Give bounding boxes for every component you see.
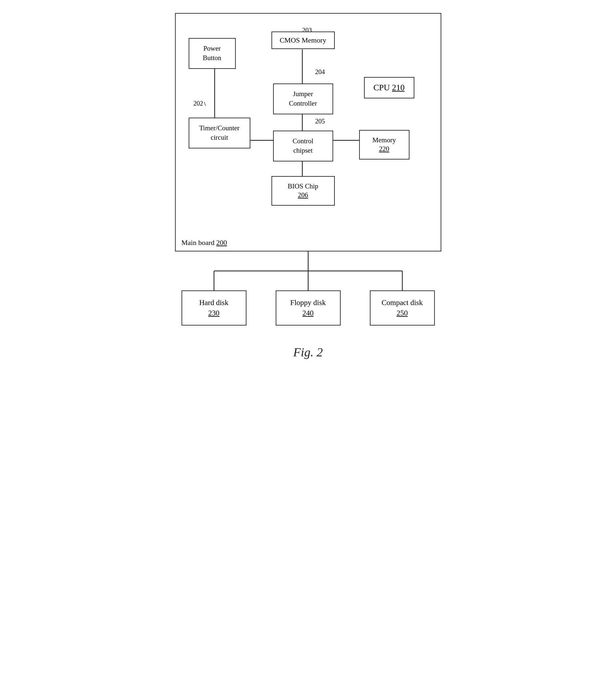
cmos-box: CMOS Memory: [271, 32, 335, 49]
memory-label: Memory220: [373, 136, 396, 153]
control-box: Controlchipset: [273, 130, 333, 161]
timer-box: Timer/Countercircuit: [189, 118, 251, 148]
cpu-box: CPU 210: [364, 77, 414, 99]
bios-box: BIOS Chip206: [271, 176, 335, 205]
page: 201∖ 203 204 202∖ 205 CMOS Memory: [162, 13, 454, 359]
storage-section: Hard disk230 Floppy disk240 Compact disk…: [175, 252, 441, 326]
compact-box: Compact disk250: [370, 291, 435, 326]
jumper-label: JumperController: [289, 90, 317, 107]
cmos-label: CMOS Memory: [279, 36, 326, 44]
fig-caption: Fig. 2: [293, 345, 323, 359]
timer-label: Timer/Countercircuit: [199, 124, 239, 141]
bios-label: BIOS Chip206: [288, 182, 318, 199]
compact-label: Compact disk250: [382, 299, 423, 317]
harddisk-box: Hard disk230: [182, 291, 246, 326]
control-label: Controlchipset: [293, 137, 313, 154]
floppy-box: Floppy disk240: [276, 291, 341, 326]
jumper-box: JumperController: [273, 83, 333, 114]
mainboard-label: Main board 200: [182, 238, 227, 247]
memory-box: Memory220: [359, 130, 410, 159]
storage-row: Hard disk230 Floppy disk240 Compact disk…: [175, 291, 441, 326]
ref-205: 205: [315, 118, 325, 125]
ref-204: 204: [315, 68, 325, 76]
storage-connector-svg: [175, 252, 441, 291]
power-label: PowerButton: [203, 44, 221, 62]
mainboard-container: 201∖ 203 204 202∖ 205 CMOS Memory: [175, 13, 441, 252]
power-box: PowerButton: [189, 38, 236, 69]
floppy-label: Floppy disk240: [290, 299, 326, 317]
floppy-wrap: Floppy disk240: [276, 291, 341, 326]
mainboard-number: 200: [216, 238, 227, 247]
fig-caption-text: Fig. 2: [293, 345, 323, 359]
cpu-label: CPU 210: [374, 83, 405, 92]
compact-wrap: Compact disk250: [370, 291, 435, 326]
harddisk-wrap: Hard disk230: [182, 291, 246, 326]
ref-202: 202∖: [194, 100, 206, 107]
harddisk-label: Hard disk230: [199, 299, 228, 317]
